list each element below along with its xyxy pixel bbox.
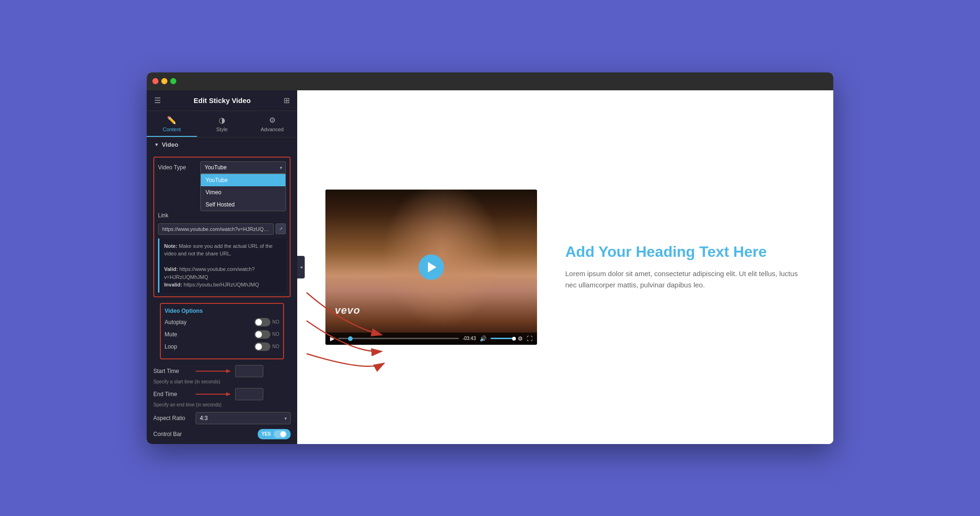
aspect-ratio-select[interactable]: 4:3 16:9: [196, 412, 291, 424]
video-section-header[interactable]: ▼ Video: [147, 137, 297, 152]
sidebar-header: ☰ Edit Sticky Video ⊞: [147, 90, 297, 111]
dropdown-youtube[interactable]: YouTube: [201, 174, 285, 186]
start-time-label: Start Time: [153, 368, 196, 374]
loop-toggle[interactable]: NO: [254, 342, 279, 351]
svg-marker-3: [226, 392, 231, 396]
end-time-arrow: [196, 390, 233, 398]
control-bar-yes: YES: [261, 431, 271, 437]
loop-track[interactable]: [254, 342, 270, 351]
dropdown-self-hosted[interactable]: Self Hosted: [201, 198, 285, 211]
autoplay-status: NO: [272, 319, 279, 325]
volume-icon[interactable]: 🔊: [480, 335, 487, 342]
sidebar-title: Edit Sticky Video: [194, 96, 251, 104]
start-time-input[interactable]: [235, 365, 263, 377]
mute-track[interactable]: [254, 330, 270, 339]
video-container: vevo ▶ -03:43 🔊: [325, 190, 537, 345]
loop-status: NO: [272, 344, 279, 349]
loop-label: Loop: [165, 343, 254, 350]
video-type-select[interactable]: YouTube Vimeo Self Hosted: [200, 161, 286, 174]
video-player: vevo ▶ -03:43 🔊: [325, 190, 537, 345]
minimize-button[interactable]: [161, 78, 167, 84]
video-type-box: Video Type YouTube Vimeo Self Hosted You…: [153, 157, 291, 297]
valid-label: Valid:: [164, 266, 178, 272]
text-content-area: Add Your Heading Text Here Lorem ipsum d…: [565, 243, 805, 291]
control-bar-track: [274, 430, 287, 438]
mute-toggle[interactable]: NO: [254, 330, 279, 339]
progress-bar[interactable]: [338, 338, 459, 339]
link-label: Link: [158, 212, 200, 219]
aspect-ratio-row: Aspect Ratio 4:3 16:9: [153, 412, 291, 424]
loop-thumb: [255, 343, 262, 350]
page-heading: Add Your Heading Text Here: [565, 243, 805, 261]
play-button[interactable]: [419, 254, 444, 280]
end-time-row: End Time: [153, 388, 291, 400]
dropdown-vimeo[interactable]: Vimeo: [201, 186, 285, 198]
play-icon: [428, 262, 436, 272]
loop-row: Loop NO: [165, 342, 279, 351]
fullscreen-icon[interactable]: ⛶: [527, 335, 532, 342]
aspect-ratio-label: Aspect Ratio: [153, 415, 196, 421]
start-time-help: Specify a start time (in seconds): [153, 379, 291, 384]
vevo-watermark: vevo: [335, 304, 360, 317]
link-row: Link: [158, 212, 286, 219]
collapse-icon: ◂: [300, 264, 302, 270]
section-arrow-icon: ▼: [154, 142, 159, 147]
tab-style[interactable]: ◑ Style: [197, 111, 247, 137]
style-tab-label: Style: [216, 127, 228, 132]
control-bar-label: Control Bar: [153, 431, 196, 437]
url-open-button[interactable]: ↗: [276, 223, 286, 234]
content-tab-label: Content: [163, 127, 181, 132]
tab-content[interactable]: ✏️ Content: [147, 111, 197, 137]
close-button[interactable]: [152, 78, 158, 84]
end-time-input[interactable]: [235, 388, 263, 400]
traffic-lights: [152, 78, 176, 84]
style-tab-icon: ◑: [219, 116, 225, 125]
invalid-url: https://youtu.be/HJRzUQMhJMQ: [184, 282, 259, 287]
volume-bar[interactable]: [490, 338, 514, 339]
tab-advanced[interactable]: ⚙ Advanced: [247, 111, 297, 137]
time-display: -03:43: [463, 336, 476, 341]
control-bar-row: Control Bar YES: [153, 429, 291, 439]
app-window: ☰ Edit Sticky Video ⊞ ✏️ Content ◑ Style…: [147, 72, 833, 444]
end-time-label: End Time: [153, 391, 196, 397]
advanced-tab-label: Advanced: [261, 127, 284, 132]
control-bar-thumb: [280, 431, 286, 437]
autoplay-toggle[interactable]: NO: [254, 318, 279, 326]
svg-marker-1: [226, 369, 231, 373]
note-box: Note: Make sure you add the actual URL o…: [158, 238, 286, 293]
video-section-label: Video: [162, 141, 178, 148]
collapse-handle[interactable]: ◂: [297, 256, 305, 278]
invalid-label: Invalid:: [164, 282, 182, 287]
volume-dot: [512, 337, 516, 341]
mute-row: Mute NO: [165, 330, 279, 339]
video-type-row: Video Type YouTube Vimeo Self Hosted You…: [158, 161, 286, 174]
app-body: ☰ Edit Sticky Video ⊞ ✏️ Content ◑ Style…: [147, 90, 833, 444]
mute-status: NO: [272, 332, 279, 337]
start-time-arrow: [196, 367, 233, 375]
valid-url: https://www.youtube.com/watch?v=HJRzUQMh…: [164, 266, 255, 280]
settings-ctrl-icon[interactable]: ⚙: [518, 335, 523, 342]
video-type-label: Video Type: [158, 164, 200, 171]
aspect-ratio-select-wrapper: 4:3 16:9: [196, 412, 291, 424]
mute-label: Mute: [165, 331, 254, 338]
note-text: Make sure you add the actual URL of the …: [164, 243, 273, 257]
autoplay-track[interactable]: [254, 318, 270, 326]
grid-icon[interactable]: ⊞: [284, 96, 290, 105]
mute-thumb: [255, 331, 262, 338]
url-input[interactable]: [158, 223, 274, 235]
page-body-text: Lorem ipsum dolor sit amet, consectetur …: [565, 268, 805, 291]
url-input-row: ↗: [158, 223, 286, 235]
hamburger-icon[interactable]: ☰: [154, 96, 161, 105]
maximize-button[interactable]: [170, 78, 176, 84]
autoplay-row: Autoplay NO: [165, 318, 279, 326]
video-type-dropdown: YouTube Vimeo Self Hosted: [200, 174, 286, 211]
play-ctrl-icon[interactable]: ▶: [330, 335, 334, 342]
autoplay-label: Autoplay: [165, 319, 254, 325]
control-bar-toggle[interactable]: YES: [258, 429, 291, 439]
video-section-content: Video Type YouTube Vimeo Self Hosted You…: [147, 152, 297, 444]
end-time-help: Specify an end time (in seconds): [153, 402, 291, 407]
sidebar-tabs: ✏️ Content ◑ Style ⚙ Advanced: [147, 111, 297, 137]
content-area: vevo ▶ -03:43 🔊: [297, 90, 833, 444]
video-type-select-wrapper: YouTube Vimeo Self Hosted YouTube Vimeo …: [200, 161, 286, 174]
start-time-row: Start Time: [153, 365, 291, 377]
